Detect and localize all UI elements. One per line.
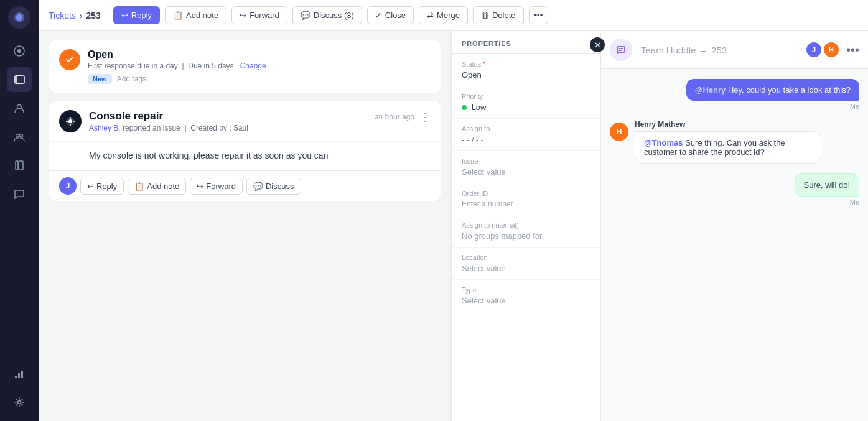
huddle-close-button[interactable]: ✕ bbox=[590, 37, 605, 52]
prop-issue-label: Issue bbox=[462, 157, 590, 165]
tag-new: New bbox=[88, 74, 112, 84]
change-link[interactable]: Change bbox=[240, 62, 266, 70]
prop-assign-internal-value[interactable]: No groups mapped for bbox=[462, 231, 590, 241]
prop-priority-label: Priority bbox=[462, 93, 590, 100]
conv-body: My console is not working, please repair… bbox=[49, 142, 441, 170]
prop-type-value[interactable]: Select value bbox=[462, 296, 590, 305]
prop-status-label: Status * bbox=[462, 60, 590, 68]
svg-rect-11 bbox=[15, 376, 17, 378]
reply-icon-bottom: ↩ bbox=[87, 182, 94, 191]
prop-assign-value[interactable]: - - / - - bbox=[462, 135, 590, 144]
status-info: Open First response due in a day | Due i… bbox=[88, 49, 431, 84]
conv-header: Console repair Ashley B. reported an iss… bbox=[49, 101, 441, 142]
merge-button[interactable]: ⇄ Merge bbox=[419, 6, 468, 24]
prop-priority-value[interactable]: Low bbox=[462, 103, 590, 112]
prop-priority: Priority Low bbox=[452, 86, 600, 119]
sidebar-item-contacts[interactable] bbox=[7, 96, 32, 121]
huddle-more-button[interactable]: ••• bbox=[846, 44, 859, 56]
svg-rect-5 bbox=[16, 76, 24, 83]
sidebar-item-home[interactable] bbox=[7, 39, 32, 63]
reply-button[interactable]: ↩ Reply bbox=[113, 6, 160, 24]
conv-time: an hour ago bbox=[375, 113, 414, 121]
message-2-sender: Henry Mathew bbox=[635, 120, 859, 129]
forward-icon: ↪ bbox=[240, 11, 246, 20]
huddle-avatar-j: J bbox=[805, 41, 823, 58]
breadcrumb-sep: › bbox=[80, 11, 83, 21]
svg-point-1 bbox=[16, 14, 22, 21]
prop-issue: Issue Select value bbox=[452, 151, 600, 183]
reply-btn-bottom[interactable]: ↩ Reply bbox=[80, 178, 124, 195]
sidebar-item-settings[interactable] bbox=[7, 390, 32, 415]
add-note-button[interactable]: 📋 Add note bbox=[165, 6, 226, 24]
breadcrumb-tickets-link[interactable]: Tickets bbox=[49, 11, 76, 21]
trash-icon: 🗑 bbox=[481, 11, 489, 20]
ellipsis-icon: ••• bbox=[534, 11, 543, 20]
discuss-icon: 💬 bbox=[301, 11, 310, 20]
prop-location-label: Location bbox=[462, 254, 590, 261]
prop-status-value[interactable]: Open bbox=[462, 70, 590, 80]
conv-meta: Ashley B. reported an issue | Created by… bbox=[89, 124, 367, 132]
mention-henry: @Henry bbox=[695, 85, 726, 95]
conv-title: Console repair bbox=[89, 110, 367, 123]
status-card: Open First response due in a day | Due i… bbox=[49, 40, 441, 93]
priority-dot bbox=[462, 105, 467, 110]
prop-location-value[interactable]: Select value bbox=[462, 264, 590, 273]
conv-title-area: Console repair Ashley B. reported an iss… bbox=[89, 110, 367, 132]
message-2: H Henry Mathew @Thomas Sure thing. Can y… bbox=[610, 120, 859, 164]
status-due: First response due in a day | Due in 5 d… bbox=[88, 62, 431, 70]
prop-order-label: Order ID bbox=[462, 190, 590, 197]
prop-location: Location Select value bbox=[452, 248, 600, 280]
message-2-bubble: @Thomas Sure thing. Can you ask the cust… bbox=[635, 131, 821, 164]
add-note-btn-bottom[interactable]: 📋 Add note bbox=[128, 178, 186, 195]
svg-rect-9 bbox=[16, 161, 18, 170]
sidebar-item-library[interactable] bbox=[7, 153, 32, 178]
svg-rect-12 bbox=[18, 373, 20, 378]
message-3-meta: Me bbox=[610, 198, 859, 206]
reply-icon: ↩ bbox=[121, 11, 128, 20]
close-button[interactable]: ✓ Close bbox=[367, 6, 414, 24]
add-tags-button[interactable]: Add tags bbox=[117, 75, 146, 83]
breadcrumb: Tickets › 253 bbox=[49, 11, 101, 21]
main-content: Tickets › 253 ↩ Reply 📋 Add note ↪ Forwa… bbox=[39, 0, 868, 421]
prop-type: Type Select value bbox=[452, 280, 600, 312]
reply-toolbar: J ↩ Reply 📋 Add note ↪ Forward 💬 bbox=[49, 170, 441, 201]
message-3-bubble: Sure, will do! bbox=[795, 173, 859, 197]
message-1-meta: Me bbox=[610, 103, 859, 110]
sidebar-item-chat[interactable] bbox=[7, 182, 32, 206]
prop-order-value[interactable]: Enter a number bbox=[462, 200, 590, 208]
conv-avatar bbox=[59, 110, 82, 132]
sidebar-item-tickets[interactable] bbox=[7, 67, 32, 92]
ticket-main: Open First response due in a day | Due i… bbox=[39, 31, 451, 421]
prop-assign-internal-label: Assign to (internal) bbox=[462, 221, 590, 229]
delete-button[interactable]: 🗑 Delete bbox=[473, 6, 524, 24]
message-2-avatar: H bbox=[610, 123, 628, 141]
forward-icon-bottom: ↪ bbox=[197, 182, 203, 191]
mention-thomas: @Thomas bbox=[644, 138, 683, 147]
forward-button[interactable]: ↪ Forward bbox=[231, 6, 287, 24]
reply-avatar: J bbox=[59, 177, 77, 195]
prop-assign-internal: Assign to (internal) No groups mapped fo… bbox=[452, 215, 600, 248]
huddle-title: Team Huddle – 253 bbox=[638, 45, 799, 55]
status-open-label: Open bbox=[88, 49, 431, 60]
toolbar: Tickets › 253 ↩ Reply 📋 Add note ↪ Forwa… bbox=[39, 0, 868, 31]
message-1-bubble: @Henry Hey, could you take a look at thi… bbox=[686, 79, 859, 101]
merge-icon: ⇄ bbox=[427, 11, 434, 20]
note-icon: 📋 bbox=[173, 11, 183, 20]
more-button[interactable]: ••• bbox=[529, 6, 549, 24]
huddle-header: Team Huddle – 253 J H ••• bbox=[601, 31, 868, 69]
sidebar-item-reports[interactable] bbox=[7, 361, 32, 386]
conv-reporter-link[interactable]: Ashley B. bbox=[89, 124, 121, 132]
close-icon: ✓ bbox=[375, 11, 382, 20]
prop-assign-to: Assign to - - / - - bbox=[452, 119, 600, 151]
note-icon-bottom: 📋 bbox=[134, 182, 144, 191]
prop-issue-value[interactable]: Select value bbox=[462, 167, 590, 177]
prop-assign-label: Assign to bbox=[462, 125, 590, 132]
svg-rect-13 bbox=[21, 371, 23, 378]
conv-more-button[interactable]: ⋮ bbox=[419, 110, 431, 124]
sidebar-item-teams[interactable] bbox=[7, 124, 32, 149]
huddle-avatar-h: H bbox=[823, 41, 840, 58]
discuss-btn-bottom[interactable]: 💬 Discuss bbox=[246, 178, 301, 195]
discuss-button[interactable]: 💬 Discuss (3) bbox=[292, 6, 362, 24]
properties-panel: PROPERTIES Status * Open Priority Low As… bbox=[451, 31, 600, 421]
forward-btn-bottom[interactable]: ↪ Forward bbox=[190, 178, 243, 195]
